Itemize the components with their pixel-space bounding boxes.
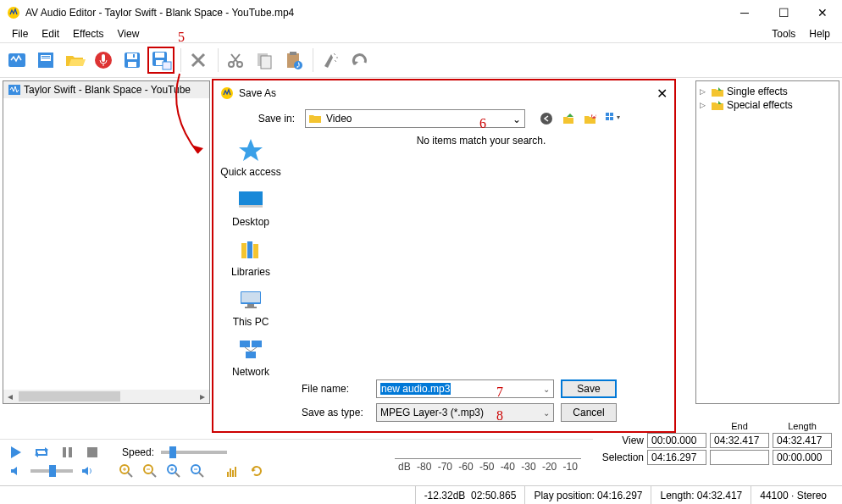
view-label: View <box>622 435 644 446</box>
new-button[interactable] <box>3 47 30 74</box>
record-button[interactable] <box>90 47 117 74</box>
volume-slider[interactable] <box>30 469 73 473</box>
expand-icon[interactable]: ▷ <box>700 101 708 109</box>
place-this-pc[interactable]: This PC <box>233 286 269 328</box>
status-rate: 44100 · Stereo <box>751 486 835 504</box>
svg-rect-14 <box>155 53 164 58</box>
svg-rect-11 <box>128 62 136 67</box>
window-title: AV Audio Editor - Taylor Swift - Blank S… <box>25 7 725 19</box>
view-length-field[interactable]: 04:32.417 <box>773 433 832 448</box>
minimize-button[interactable]: ─ <box>725 0 764 25</box>
place-network[interactable]: Network <box>232 336 269 378</box>
svg-line-67 <box>245 347 251 352</box>
menu-tools[interactable]: Tools <box>765 28 802 40</box>
file-list-panel: Taylor Swift - Blank Space - YouTube ◂ ▸ <box>3 80 210 404</box>
status-bar: -12.32dB 02:50.865 Play position: 04:16.… <box>0 485 842 504</box>
save-as-dialog: Save As ✕ Save in: Video ⌄ ★ Quick acces… <box>212 79 676 433</box>
tree-special-effects[interactable]: ▷ Special effects <box>700 98 835 112</box>
save-session-button[interactable] <box>32 47 59 74</box>
zoom-in-button[interactable] <box>117 462 136 480</box>
place-libraries[interactable]: Libraries <box>231 236 270 278</box>
svg-rect-5 <box>42 58 50 58</box>
chevron-down-icon: ⌄ <box>543 408 550 418</box>
svg-rect-4 <box>42 56 50 57</box>
status-playpos: Play position: 04:16.297 <box>524 486 651 504</box>
file-list-item[interactable]: Taylor Swift - Blank Space - YouTube <box>3 81 209 98</box>
svg-rect-7 <box>102 54 105 62</box>
folder-icon <box>712 101 723 110</box>
view-start-field[interactable]: 00:00.000 <box>647 433 706 448</box>
svg-rect-52 <box>610 113 613 116</box>
sel-length-field[interactable]: 00:00.000 <box>773 450 832 465</box>
tree-label: Single effects <box>727 86 788 97</box>
save-confirm-button[interactable]: Save <box>561 379 617 398</box>
toolbar: ♪ <box>0 42 842 78</box>
savein-value: Video <box>326 113 352 125</box>
dialog-close-button[interactable]: ✕ <box>645 86 668 102</box>
svg-rect-63 <box>245 307 257 308</box>
refresh-button[interactable] <box>247 462 266 480</box>
copy-button[interactable] <box>251 47 278 74</box>
mute-button[interactable] <box>7 462 25 480</box>
menu-effects[interactable]: Effects <box>66 28 110 40</box>
zoom-sel-out-button[interactable] <box>188 462 207 480</box>
back-button[interactable] <box>539 111 554 126</box>
cut-button[interactable] <box>185 47 212 74</box>
scroll-right-arrow[interactable]: ▸ <box>196 390 209 403</box>
undo-button[interactable] <box>346 47 373 74</box>
saveastype-dropdown[interactable]: MPEG Layer-3 (*.mp3)⌄ <box>376 403 554 422</box>
svg-rect-62 <box>247 304 254 307</box>
svg-rect-12 <box>133 54 135 58</box>
save-as-button[interactable] <box>147 47 174 74</box>
expand-icon[interactable]: ▷ <box>700 87 708 96</box>
save-button[interactable] <box>119 47 146 74</box>
svg-rect-20 <box>261 56 271 69</box>
end-label: End <box>710 421 769 431</box>
new-folder-button[interactable]: ★ <box>583 111 598 126</box>
scroll-thumb[interactable] <box>19 391 120 402</box>
maximize-button[interactable]: ☐ <box>764 0 803 25</box>
horizontal-scrollbar[interactable]: ◂ ▸ <box>3 390 209 403</box>
svg-rect-59 <box>253 244 258 258</box>
length-label: Length <box>773 421 832 431</box>
svg-rect-51 <box>606 113 609 116</box>
up-button[interactable] <box>561 111 576 126</box>
savein-label: Save in: <box>227 113 295 125</box>
dialog-title: Save As <box>239 87 645 99</box>
view-menu-button[interactable] <box>605 111 620 126</box>
menu-view[interactable]: View <box>111 28 147 40</box>
zoom-out-button[interactable] <box>141 462 159 480</box>
tree-single-effects[interactable]: ▷ Single effects <box>700 85 835 98</box>
zoom-sel-in-button[interactable] <box>164 462 183 480</box>
menu-help[interactable]: Help <box>802 28 837 40</box>
dialog-icon <box>220 86 234 100</box>
file-list-area[interactable]: No items match your search. <box>288 131 674 377</box>
place-desktop[interactable]: Desktop <box>232 186 269 228</box>
speed-slider[interactable] <box>161 451 227 454</box>
svg-rect-56 <box>239 205 263 208</box>
svg-rect-55 <box>239 191 263 207</box>
savein-dropdown[interactable]: Video ⌄ <box>305 109 525 128</box>
effects-panel: ▷ Single effects ▷ Special effects <box>695 80 839 404</box>
svg-rect-53 <box>606 117 609 120</box>
cancel-button[interactable]: Cancel <box>561 403 617 422</box>
scissors-button[interactable] <box>222 47 249 74</box>
view-end-field[interactable]: 04:32.417 <box>710 433 769 448</box>
open-button[interactable] <box>61 47 88 74</box>
chevron-down-icon: ⌄ <box>512 114 521 125</box>
svg-rect-65 <box>252 341 262 347</box>
menu-file[interactable]: File <box>5 28 35 40</box>
place-quick-access[interactable]: Quick access <box>220 136 280 178</box>
sel-start-field[interactable]: 04:16.297 <box>647 450 706 465</box>
svg-rect-10 <box>127 53 137 59</box>
scroll-left-arrow[interactable]: ◂ <box>3 390 17 403</box>
app-logo-icon <box>7 6 20 19</box>
volume-icon[interactable] <box>78 462 97 480</box>
effects-button[interactable] <box>317 47 344 74</box>
sel-end-field[interactable] <box>710 450 769 465</box>
close-button[interactable]: ✕ <box>803 0 842 25</box>
filename-input[interactable]: new audio.mp3⌄ <box>376 379 554 398</box>
menu-edit[interactable]: Edit <box>35 28 66 40</box>
spectrum-button[interactable] <box>224 462 242 480</box>
paste-button[interactable]: ♪ <box>280 47 307 74</box>
